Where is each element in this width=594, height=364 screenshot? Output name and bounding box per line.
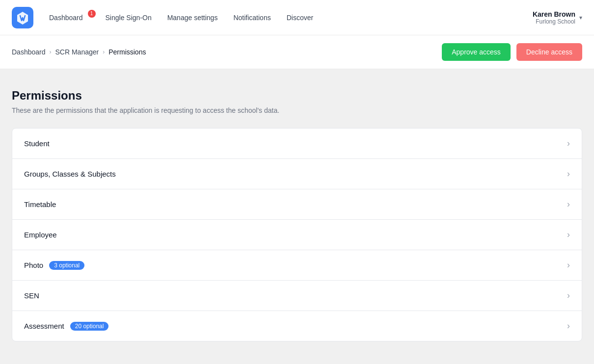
breadcrumb-dashboard[interactable]: Dashboard (12, 48, 46, 56)
nav-notifications[interactable]: Notifications (233, 14, 270, 22)
decline-access-button[interactable]: Decline access (516, 43, 582, 61)
breadcrumb-scr-manager[interactable]: SCR Manager (55, 48, 99, 56)
page-title: Permissions (12, 89, 582, 103)
permission-item[interactable]: SEN› (12, 281, 582, 311)
nav-discover[interactable]: Discover (287, 14, 313, 22)
chevron-right-icon: › (567, 138, 570, 149)
permission-name: Photo (24, 261, 43, 269)
nav-manage-settings[interactable]: Manage settings (167, 14, 218, 22)
permission-item[interactable]: Student› (12, 129, 582, 159)
permission-name: SEN (24, 291, 39, 300)
breadcrumb-sep-1: › (50, 49, 52, 55)
permission-item[interactable]: Timetable› (12, 189, 582, 220)
permission-item[interactable]: Photo3 optional› (12, 250, 582, 281)
chevron-right-icon: › (567, 321, 570, 331)
page-subtitle: These are the permissions that the appli… (12, 106, 582, 114)
approve-access-button[interactable]: Approve access (442, 43, 511, 61)
breadcrumb: Dashboard › SCR Manager › Permissions (12, 48, 146, 56)
breadcrumb-bar: Dashboard › SCR Manager › Permissions Ap… (0, 35, 594, 69)
chevron-right-icon: › (567, 290, 570, 301)
chevron-right-icon: › (567, 230, 570, 240)
breadcrumb-permissions: Permissions (108, 48, 146, 56)
main-nav: Dashboard 1 Single Sign-On Manage settin… (49, 14, 533, 22)
chevron-right-icon: › (567, 260, 570, 270)
dashboard-badge: 1 (88, 10, 96, 18)
breadcrumb-sep-2: › (103, 49, 105, 55)
permission-item[interactable]: Employee› (12, 220, 582, 250)
user-name: Karen Brown (533, 10, 575, 18)
user-chevron-down-icon: ▾ (579, 14, 582, 21)
header: Dashboard 1 Single Sign-On Manage settin… (0, 0, 594, 35)
user-school: Furlong School (533, 18, 575, 25)
optional-badge: 3 optional (49, 261, 84, 270)
nav-dashboard[interactable]: Dashboard 1 (49, 14, 90, 22)
chevron-right-icon: › (567, 199, 570, 209)
permission-name: Assessment (24, 322, 64, 330)
permission-name: Timetable (24, 200, 56, 208)
breadcrumb-actions: Approve access Decline access (442, 43, 582, 61)
permissions-list: Student›Groups, Classes & Subjects›Timet… (12, 128, 582, 341)
permission-name: Employee (24, 231, 57, 239)
chevron-right-icon: › (567, 169, 570, 179)
permission-name: Student (24, 139, 50, 148)
permission-item[interactable]: Assessment20 optional› (12, 311, 582, 341)
logo[interactable] (12, 7, 33, 28)
main-content: Permissions These are the permissions th… (0, 69, 594, 361)
permission-name: Groups, Classes & Subjects (24, 170, 116, 178)
nav-sso[interactable]: Single Sign-On (106, 14, 152, 22)
permission-item[interactable]: Groups, Classes & Subjects› (12, 159, 582, 189)
user-menu[interactable]: Karen Brown Furlong School ▾ (533, 10, 582, 25)
optional-badge: 20 optional (70, 322, 109, 331)
